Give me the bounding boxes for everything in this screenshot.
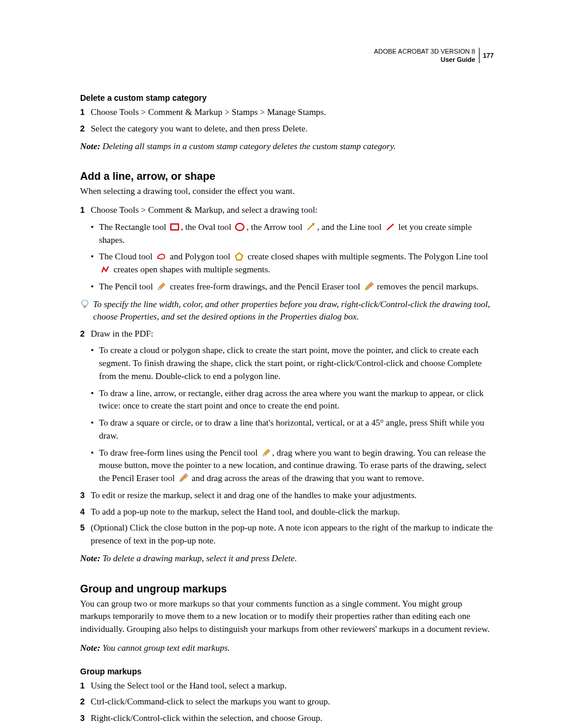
oval-tool-icon (234, 222, 245, 232)
list-item: 1Choose Tools > Comment & Markup, and se… (80, 204, 494, 217)
list-item: 3Right-click/Control-click within the se… (80, 712, 494, 725)
pencil-tool-icon (156, 282, 166, 291)
heading-delete-stamp-category: Delete a custom stamp category (80, 93, 494, 103)
list-item: 2Select the category you want to delete,… (80, 123, 494, 136)
paragraph: When selecting a drawing tool, consider … (80, 185, 494, 198)
list-item: 2Draw in the PDF: (80, 328, 494, 341)
header-guide: User Guide (374, 55, 475, 64)
polygon-tool-icon (234, 252, 244, 261)
note: Note: You cannot group text edit markups… (80, 642, 494, 655)
list-item: •To create a cloud or polygon shape, cli… (80, 344, 494, 383)
note: Note: Deleting all stamps in a custom st… (80, 140, 494, 153)
rectangle-tool-icon (170, 222, 180, 232)
cloud-tool-icon (156, 252, 167, 261)
heading-group-markups: Group markups (80, 667, 494, 676)
list-item: 1Using the Select tool or the Hand tool,… (80, 680, 494, 693)
tip: To specify the line width, color, and ot… (80, 298, 494, 323)
heading-add-line-arrow-shape: Add a line, arrow, or shape (80, 170, 494, 183)
list-item: 2Ctrl-click/Command-click to select the … (80, 696, 494, 709)
pencil-eraser-tool-icon (363, 282, 373, 291)
list-item: • The Cloud tool and Polygon tool create… (80, 251, 494, 276)
page-header: ADOBE ACROBAT 3D VERSION 8 User Guide 17… (374, 47, 494, 64)
note: Note: To delete a drawing markup, select… (80, 552, 494, 565)
header-product: ADOBE ACROBAT 3D VERSION 8 (374, 47, 475, 55)
list-item: •To draw a square or circle, or to draw … (80, 417, 494, 443)
pencil-tool-icon (261, 448, 271, 457)
list-item: 4To add a pop-up note to the markup, sel… (80, 506, 494, 519)
page-number: 177 (483, 51, 494, 60)
line-tool-icon (385, 222, 395, 232)
list-item: •To draw a line, arrow, or rectangle, ei… (80, 387, 494, 413)
list-item: 1Choose Tools > Comment & Markup > Stamp… (80, 106, 494, 119)
arrow-tool-icon (306, 222, 316, 232)
paragraph: You can group two or more markups so tha… (80, 598, 494, 636)
pencil-eraser-tool-icon (178, 473, 188, 483)
list-item: 5(Optional) Click the close button in th… (80, 522, 494, 548)
polygon-line-tool-icon (100, 265, 110, 274)
list-item: 3To edit or resize the markup, select it… (80, 489, 494, 502)
lightbulb-icon (80, 298, 93, 323)
heading-group-ungroup-markups: Group and ungroup markups (80, 583, 494, 595)
list-item: • The Pencil tool creates free-form draw… (80, 281, 494, 294)
list-item: • To draw free-form lines using the Penc… (80, 447, 494, 485)
list-item: • The Rectangle tool , the Oval tool , t… (80, 221, 494, 247)
